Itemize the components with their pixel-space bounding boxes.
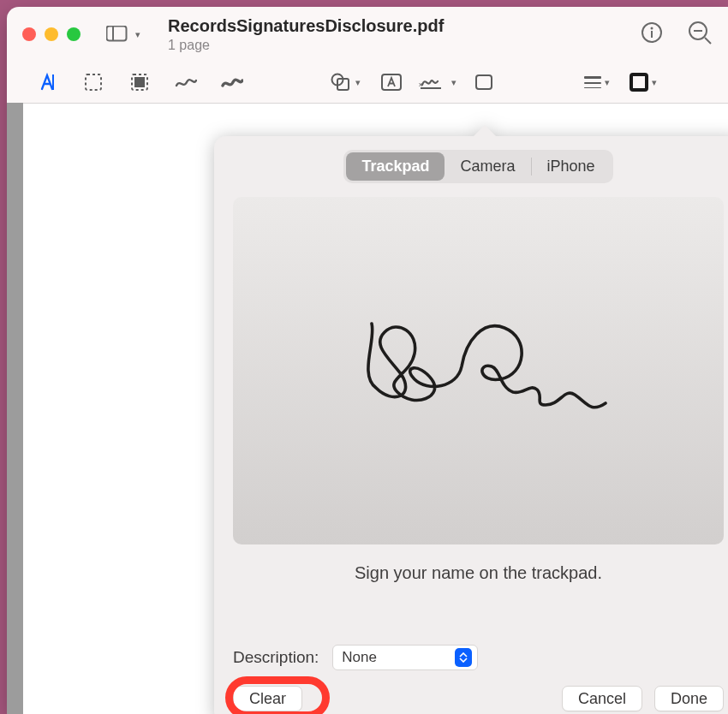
chevron-down-icon: ▾ [355,77,361,88]
close-window-button[interactable] [22,27,36,41]
svg-rect-11 [134,77,145,87]
svg-rect-0 [107,27,127,41]
clear-button[interactable]: Clear [233,686,302,711]
chevron-down-icon: ▾ [135,29,140,40]
zoom-out-button[interactable] [687,20,713,49]
cancel-button[interactable]: Cancel [562,686,642,711]
preview-window: ▾ RecordsSignaturesDisclosure.pdf 1 page [7,7,728,714]
tab-iphone[interactable]: iPhone [532,152,611,181]
border-color-tool[interactable]: ▾ [624,67,663,98]
description-row: Description: None [233,645,478,670]
window-controls [22,27,81,41]
popover-button-row: Clear Cancel Done [233,686,724,711]
title-block: RecordsSignaturesDisclosure.pdf 1 page [168,16,444,53]
chevron-down-icon: ▾ [652,77,657,88]
fullscreen-window-button[interactable] [67,27,81,41]
minimize-window-button[interactable] [45,27,58,41]
svg-rect-9 [86,74,101,90]
svg-line-6 [705,38,711,44]
description-label: Description: [233,648,319,667]
markup-toolbar: ▾ x ▾ ▾ ▾ [7,62,728,103]
signature-source-tabs: Trackpad Camera iPhone [343,150,612,183]
draw-tool[interactable] [212,67,252,98]
done-button[interactable]: Done [654,686,724,711]
tab-camera[interactable]: Camera [445,152,530,181]
description-select[interactable]: None [332,645,478,670]
svg-rect-17 [476,75,492,89]
svg-text:x: x [419,80,422,88]
sign-tool[interactable]: x ▾ [418,67,457,98]
text-box-tool[interactable] [372,67,411,98]
page-gutter [7,103,23,714]
svg-point-3 [651,27,653,30]
svg-rect-18 [631,74,647,90]
document-page[interactable]: n c g o signature on the Payment Authori… [23,103,728,714]
text-selection-tool[interactable] [27,67,67,98]
document-title: RecordsSignaturesDisclosure.pdf [168,16,444,36]
signature-popover: Trackpad Camera iPhone Sign your name on… [214,136,728,714]
line-style-tool[interactable]: ▾ [577,67,617,98]
signature-canvas[interactable] [233,197,724,544]
shapes-tool[interactable]: ▾ [325,67,365,98]
lines-icon [584,76,601,89]
select-stepper-icon [455,648,472,667]
chevron-down-icon: ▾ [605,77,610,88]
document-area: n c g o signature on the Payment Authori… [7,103,728,714]
titlebar: ▾ RecordsSignaturesDisclosure.pdf 1 page [7,7,728,62]
description-value: None [342,649,377,666]
chevron-down-icon: ▾ [451,77,456,88]
titlebar-right [641,20,713,49]
page-count-label: 1 page [168,38,444,53]
sketch-tool[interactable] [166,67,206,98]
note-tool[interactable] [464,67,504,98]
redact-tool[interactable] [120,67,159,98]
signature-instruction: Sign your name on the trackpad. [214,563,728,583]
sidebar-toggle-button[interactable]: ▾ [106,21,140,47]
svg-rect-4 [651,31,653,38]
info-button[interactable] [641,21,663,47]
rect-selection-tool[interactable] [74,67,113,98]
signature-drawing [333,294,624,448]
tab-trackpad[interactable]: Trackpad [346,152,445,181]
